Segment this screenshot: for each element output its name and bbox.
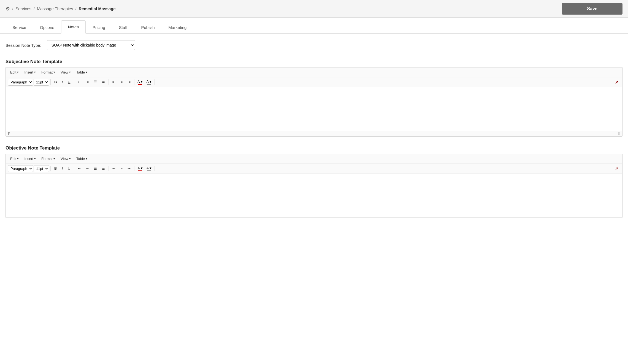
obj-highlight-label: A ▾ bbox=[147, 166, 152, 170]
objective-align-right-button[interactable]: ⇥ bbox=[125, 165, 133, 172]
subjective-edit-menu[interactable]: Edit bbox=[8, 69, 21, 75]
objective-bullet-list-button[interactable]: ☰ bbox=[91, 165, 99, 172]
subjective-note-section: Subjective Note Template Edit Insert For… bbox=[6, 59, 622, 137]
subjective-italic-button[interactable]: I bbox=[59, 78, 65, 86]
objective-note-section: Objective Note Template Edit Insert Form… bbox=[6, 145, 622, 218]
font-color-label: A ▾ bbox=[137, 80, 143, 84]
tab-notes[interactable]: Notes bbox=[61, 20, 86, 34]
breadcrumb-current: Remedial Massage bbox=[79, 6, 116, 11]
save-button[interactable]: Save bbox=[562, 3, 622, 15]
objective-view-menu[interactable]: View bbox=[58, 156, 73, 162]
objective-editor-container: Edit Insert Format View Table Paragraph … bbox=[6, 154, 622, 218]
tabs-bar: Service Options Notes Pricing Staff Publ… bbox=[0, 20, 628, 34]
tab-service[interactable]: Service bbox=[6, 21, 33, 34]
obj-highlight-color-bar bbox=[147, 170, 151, 171]
objective-insert-menu[interactable]: Insert bbox=[22, 156, 38, 162]
subjective-indent-button[interactable]: ⇥ bbox=[83, 78, 91, 86]
subjective-toolbar: Paragraph Heading 1 Heading 2 11pt 8pt 1… bbox=[6, 77, 622, 87]
obj-toolbar-sep-3 bbox=[109, 166, 109, 171]
breadcrumb-separator-2: / bbox=[34, 6, 35, 11]
objective-note-title: Objective Note Template bbox=[6, 145, 622, 151]
objective-edit-menu[interactable]: Edit bbox=[8, 156, 21, 162]
subjective-resize-handle[interactable]: ⠿ bbox=[618, 132, 620, 136]
objective-italic-button[interactable]: I bbox=[59, 165, 65, 172]
objective-underline-button[interactable]: U bbox=[66, 165, 72, 172]
subjective-outdent-button[interactable]: ⇤ bbox=[75, 78, 83, 86]
objective-indent-button[interactable]: ⇥ bbox=[83, 165, 91, 172]
objective-align-left-button[interactable]: ⇤ bbox=[110, 165, 118, 172]
subjective-editor-body[interactable] bbox=[6, 87, 622, 131]
toolbar-sep-3 bbox=[109, 79, 109, 85]
highlight-label: A ▾ bbox=[147, 80, 152, 84]
breadcrumb-separator-3: / bbox=[75, 6, 76, 11]
objective-num-list-button[interactable]: ≣ bbox=[100, 165, 107, 172]
objective-editor-body[interactable] bbox=[6, 173, 622, 218]
session-note-row: Session Note Type: SOAP Note with clicka… bbox=[6, 40, 622, 50]
objective-font-color-button[interactable]: A ▾ bbox=[136, 165, 144, 172]
subjective-fontsize-select[interactable]: 11pt 8pt 10pt 12pt 14pt bbox=[34, 79, 49, 86]
subjective-highlight-color-button[interactable]: A ▾ bbox=[145, 79, 153, 86]
breadcrumb: ⚙ / Services / Massage Therapies / Remed… bbox=[6, 6, 116, 12]
subjective-editor-container: Edit Insert Format View Table Paragraph … bbox=[6, 67, 622, 137]
objective-paragraph-select[interactable]: Paragraph Heading 1 Heading 2 bbox=[8, 165, 33, 172]
subjective-num-list-button[interactable]: ≣ bbox=[100, 78, 107, 86]
subjective-align-right-button[interactable]: ⇥ bbox=[125, 78, 133, 86]
obj-toolbar-sep-5 bbox=[155, 166, 155, 171]
subjective-paragraph-select[interactable]: Paragraph Heading 1 Heading 2 bbox=[8, 79, 33, 86]
objective-menubar: Edit Insert Format View Table bbox=[6, 154, 622, 164]
objective-format-menu[interactable]: Format bbox=[39, 156, 57, 162]
gear-icon[interactable]: ⚙ bbox=[6, 6, 10, 12]
breadcrumb-services[interactable]: Services bbox=[15, 6, 31, 11]
subjective-status-p: P bbox=[8, 132, 10, 136]
subjective-font-color-button[interactable]: A ▾ bbox=[136, 79, 144, 86]
obj-toolbar-sep-4 bbox=[134, 166, 134, 171]
objective-bold-button[interactable]: B bbox=[52, 165, 59, 172]
toolbar-sep-5 bbox=[155, 79, 155, 85]
tab-pricing[interactable]: Pricing bbox=[86, 21, 112, 34]
main-content: Session Note Type: SOAP Note with clicka… bbox=[0, 34, 628, 233]
tab-marketing[interactable]: Marketing bbox=[162, 21, 194, 34]
subjective-note-title: Subjective Note Template bbox=[6, 59, 622, 64]
subjective-align-center-button[interactable]: ≡ bbox=[118, 78, 125, 86]
subjective-table-menu[interactable]: Table bbox=[74, 69, 90, 75]
obj-toolbar-sep-1 bbox=[50, 166, 51, 171]
breadcrumb-separator: / bbox=[12, 6, 13, 11]
obj-toolbar-sep-2 bbox=[74, 166, 74, 171]
font-color-bar bbox=[138, 84, 142, 85]
subjective-view-menu[interactable]: View bbox=[58, 69, 73, 75]
toolbar-sep-4 bbox=[134, 79, 134, 85]
objective-expand-button[interactable]: ↗ bbox=[613, 165, 620, 172]
objective-outdent-button[interactable]: ⇤ bbox=[75, 165, 83, 172]
objective-highlight-color-button[interactable]: A ▾ bbox=[145, 165, 153, 172]
session-note-type-select[interactable]: SOAP Note with clickable body image SOAP… bbox=[47, 40, 135, 50]
obj-font-color-bar bbox=[138, 170, 142, 171]
objective-fontsize-select[interactable]: 11pt 8pt 10pt 12pt 14pt bbox=[34, 165, 49, 172]
subjective-align-left-button[interactable]: ⇤ bbox=[110, 78, 118, 86]
highlight-color-bar bbox=[147, 84, 151, 85]
subjective-insert-menu[interactable]: Insert bbox=[22, 69, 38, 75]
header-bar: ⚙ / Services / Massage Therapies / Remed… bbox=[0, 0, 628, 18]
toolbar-sep-2 bbox=[74, 79, 74, 85]
objective-toolbar: Paragraph Heading 1 Heading 2 11pt 8pt 1… bbox=[6, 164, 622, 173]
subjective-menubar: Edit Insert Format View Table bbox=[6, 67, 622, 77]
tab-options[interactable]: Options bbox=[33, 21, 61, 34]
toolbar-sep-1 bbox=[50, 79, 51, 85]
tab-publish[interactable]: Publish bbox=[134, 21, 161, 34]
session-note-label: Session Note Type: bbox=[6, 43, 41, 48]
subjective-underline-button[interactable]: U bbox=[66, 78, 72, 86]
breadcrumb-massage-therapies[interactable]: Massage Therapies bbox=[37, 6, 73, 11]
subjective-expand-button[interactable]: ↗ bbox=[613, 79, 620, 86]
objective-align-center-button[interactable]: ≡ bbox=[118, 165, 125, 172]
subjective-statusbar: P ⠿ bbox=[6, 131, 622, 136]
subjective-bold-button[interactable]: B bbox=[52, 78, 59, 86]
tab-staff[interactable]: Staff bbox=[112, 21, 134, 34]
obj-font-color-label: A ▾ bbox=[137, 166, 143, 170]
objective-table-menu[interactable]: Table bbox=[74, 156, 90, 162]
subjective-bullet-list-button[interactable]: ☰ bbox=[91, 78, 99, 86]
subjective-format-menu[interactable]: Format bbox=[39, 69, 57, 75]
